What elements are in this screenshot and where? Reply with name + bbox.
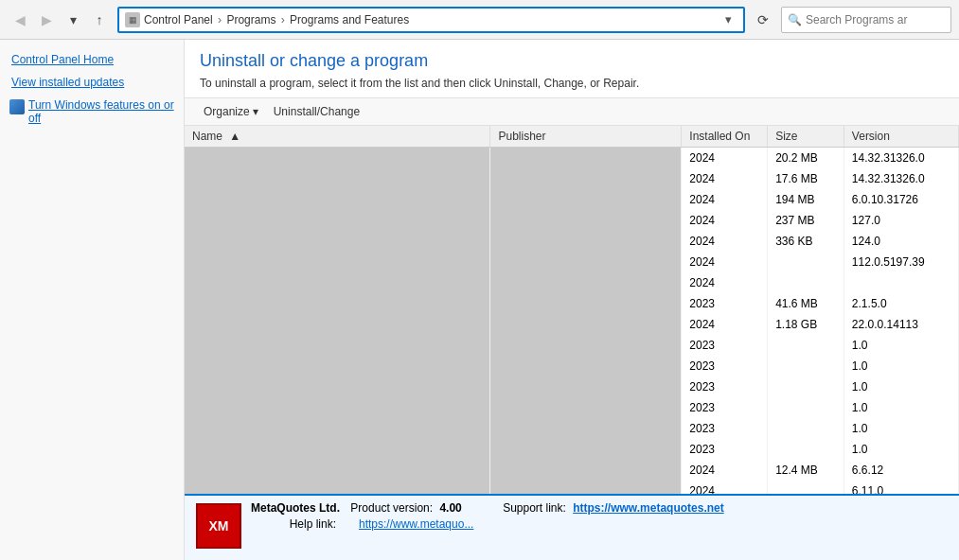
cell-name xyxy=(185,168,490,189)
table-row[interactable]: 202341.6 MB2.1.5.0 xyxy=(185,293,959,314)
cell-name xyxy=(185,397,490,418)
search-input[interactable] xyxy=(806,13,945,26)
cell-version: 1.0 xyxy=(844,439,958,460)
cell-publisher xyxy=(490,272,682,293)
toolbar: Organize ▾ Uninstall/Change xyxy=(185,97,959,126)
program-details: MetaQuotes Ltd. Product version: 4.00 Su… xyxy=(251,501,948,533)
table-row[interactable]: 2024237 MB127.0 xyxy=(185,210,959,231)
col-header-version[interactable]: Version xyxy=(844,126,958,148)
cell-installed: 2023 xyxy=(682,439,768,460)
product-version-value: 4.00 xyxy=(439,501,461,515)
uninstall-change-button[interactable]: Uninstall/Change xyxy=(270,103,364,120)
table-row[interactable]: 20231.0 xyxy=(185,397,959,418)
cell-publisher xyxy=(490,439,682,460)
col-header-publisher[interactable]: Publisher xyxy=(490,126,682,148)
table-row[interactable]: 20246.11.0 xyxy=(185,481,959,495)
cell-installed: 2023 xyxy=(682,356,768,376)
cell-name xyxy=(185,148,490,168)
cell-size xyxy=(768,481,844,495)
forward-button[interactable]: ▶ xyxy=(34,8,59,32)
cell-version: 22.0.0.14113 xyxy=(844,314,958,335)
cell-publisher xyxy=(490,148,682,168)
sidebar-item-windows-features[interactable]: Turn Windows features on or off xyxy=(0,95,184,129)
up-button[interactable]: ↑ xyxy=(87,8,112,32)
address-bar[interactable]: ▦ Control Panel › Programs › Programs an… xyxy=(117,7,745,33)
sidebar-item-control-panel-home[interactable]: Control Panel Home xyxy=(0,49,184,70)
cell-version: 124.0 xyxy=(844,231,958,252)
cell-name xyxy=(185,189,490,210)
dropdown-button[interactable]: ▾ xyxy=(61,8,85,32)
bottom-panel: XM MetaQuotes Ltd. Product version: 4.00… xyxy=(185,494,959,560)
cell-publisher xyxy=(490,314,682,335)
table-row[interactable]: 20231.0 xyxy=(185,356,959,376)
table-row[interactable]: 20241.18 GB22.0.0.14113 xyxy=(185,314,959,335)
table-row[interactable]: 202417.6 MB14.32.31326.0 xyxy=(185,168,959,189)
sidebar-item-windows-features-label: Turn Windows features on or off xyxy=(28,98,174,125)
cell-installed: 2024 xyxy=(682,460,768,481)
table-row[interactable]: 202420.2 MB14.32.31326.0 xyxy=(185,148,959,168)
cell-size: 12.4 MB xyxy=(768,460,844,481)
col-header-installed[interactable]: Installed On xyxy=(682,126,768,148)
cell-version: 6.6.12 xyxy=(844,460,958,481)
organize-label: Organize xyxy=(204,105,250,118)
cell-size: 336 KB xyxy=(768,231,844,252)
programs-table: Name ▲ Publisher Installed On Size Versi… xyxy=(185,126,959,494)
help-link-label: Help link: xyxy=(251,517,336,531)
table-row[interactable]: 20231.0 xyxy=(185,376,959,397)
table-row[interactable]: 2024112.0.5197.39 xyxy=(185,252,959,272)
table-row[interactable]: 20231.0 xyxy=(185,418,959,439)
cell-installed: 2024 xyxy=(682,231,768,252)
cell-size: 41.6 MB xyxy=(768,293,844,314)
cell-publisher xyxy=(490,376,682,397)
help-link[interactable]: https://www.metaquo... xyxy=(359,517,473,531)
uninstall-label: Uninstall/Change xyxy=(274,105,360,118)
address-icon: ▦ xyxy=(125,12,140,27)
program-icon-large: XM xyxy=(196,503,241,549)
cell-version: 1.0 xyxy=(844,397,958,418)
cell-publisher xyxy=(490,418,682,439)
organize-button[interactable]: Organize ▾ xyxy=(200,103,262,120)
main-layout: Control Panel Home View installed update… xyxy=(0,40,959,560)
cell-installed: 2023 xyxy=(682,397,768,418)
content-header: Uninstall or change a program To uninsta… xyxy=(185,40,959,97)
sidebar-item-view-updates[interactable]: View installed updates xyxy=(0,72,184,93)
cell-name xyxy=(185,293,490,314)
table-row[interactable]: 2024336 KB124.0 xyxy=(185,231,959,252)
title-bar: ◀ ▶ ▾ ↑ ▦ Control Panel › Programs › Pro… xyxy=(0,0,959,40)
table-row[interactable]: 20231.0 xyxy=(185,439,959,460)
refresh-button[interactable]: ⟳ xyxy=(751,8,775,32)
breadcrumb-sep2: › xyxy=(281,13,288,26)
support-link[interactable]: https://www.metaquotes.net xyxy=(573,501,724,515)
cell-publisher xyxy=(490,189,682,210)
product-version-label: Product version: xyxy=(350,501,433,515)
table-row[interactable]: 2024194 MB6.0.10.31726 xyxy=(185,189,959,210)
programs-table-container: Name ▲ Publisher Installed On Size Versi… xyxy=(185,126,959,494)
breadcrumb-sep1: › xyxy=(218,13,224,26)
breadcrumb-part2: Programs xyxy=(226,13,275,26)
breadcrumb: Control Panel › Programs › Programs and … xyxy=(144,13,409,26)
cell-size xyxy=(768,356,844,376)
table-row[interactable]: 202412.4 MB6.6.12 xyxy=(185,460,959,481)
program-name-large: MetaQuotes Ltd. Product version: 4.00 Su… xyxy=(251,501,948,515)
search-bar[interactable]: 🔍 xyxy=(781,7,951,33)
cell-version: 6.11.0 xyxy=(844,481,958,495)
cell-size xyxy=(768,418,844,439)
cell-version: 127.0 xyxy=(844,210,958,231)
cell-size: 194 MB xyxy=(768,189,844,210)
col-header-name[interactable]: Name ▲ xyxy=(185,126,490,148)
table-row[interactable]: 20231.0 xyxy=(185,335,959,356)
cell-name xyxy=(185,314,490,335)
cell-version: 14.32.31326.0 xyxy=(844,148,958,168)
table-row[interactable]: 2024 xyxy=(185,272,959,293)
back-button[interactable]: ◀ xyxy=(8,8,32,32)
cell-name xyxy=(185,439,490,460)
cell-name xyxy=(185,335,490,356)
cell-name xyxy=(185,418,490,439)
col-header-size[interactable]: Size xyxy=(768,126,844,148)
cell-name xyxy=(185,231,490,252)
address-dropdown-button[interactable]: ▾ xyxy=(719,10,737,29)
content-area: Uninstall or change a program To uninsta… xyxy=(185,40,959,560)
windows-features-icon xyxy=(9,99,25,114)
cell-name xyxy=(185,481,490,495)
cell-size: 1.18 GB xyxy=(768,314,844,335)
